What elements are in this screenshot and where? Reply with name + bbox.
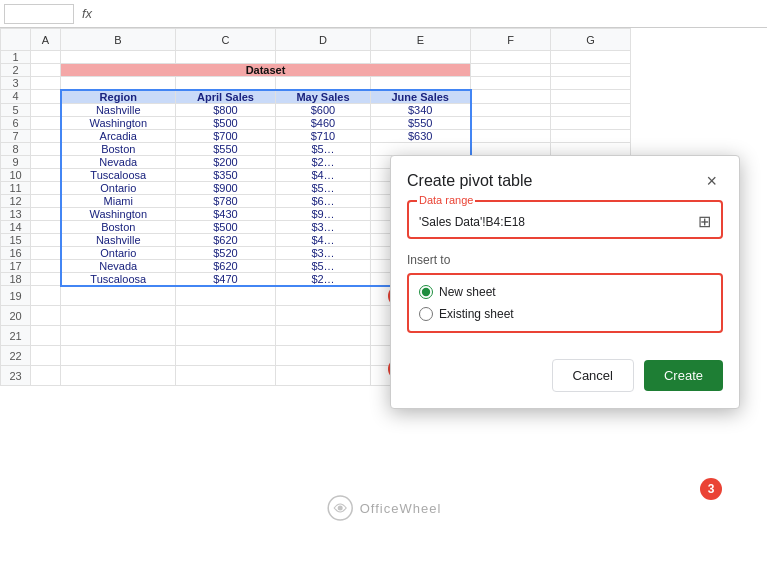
table-row: 5 Nashville $800 $600 $340 [1, 103, 631, 116]
formula-input[interactable]: Region [100, 5, 763, 23]
table-row: 3 [1, 77, 631, 90]
col-header-d[interactable]: D [276, 29, 371, 51]
fx-label: fx [78, 6, 96, 21]
new-sheet-radio[interactable] [419, 285, 433, 299]
cancel-button[interactable]: Cancel [552, 359, 634, 392]
new-sheet-label: New sheet [439, 285, 496, 299]
dataset-title: Dataset [61, 64, 471, 77]
watermark: OfficeWheel [326, 494, 442, 522]
col-may-header: May Sales [276, 90, 371, 104]
corner-cell [1, 29, 31, 51]
cell-reference[interactable]: B4:E18 [4, 4, 74, 24]
formula-bar: B4:E18 fx Region [0, 0, 767, 28]
existing-sheet-row[interactable]: Existing sheet [419, 303, 711, 325]
step-badge-3: 3 [700, 478, 722, 500]
dialog-title: Create pivot table [407, 172, 532, 190]
dialog-body: Data range 'Sales Data'!B4:E18 ⊞ Insert … [391, 200, 739, 349]
new-sheet-row[interactable]: New sheet [419, 281, 711, 303]
col-header-c[interactable]: C [176, 29, 276, 51]
data-range-box: Data range 'Sales Data'!B4:E18 ⊞ [407, 200, 723, 239]
table-row: 7 Arcadia $700 $710 $630 [1, 129, 631, 142]
col-header-e[interactable]: E [371, 29, 471, 51]
dialog-close-button[interactable]: × [700, 170, 723, 192]
create-button[interactable]: Create [644, 360, 723, 391]
data-range-value: 'Sales Data'!B4:E18 [419, 215, 525, 229]
insert-to-label: Insert to [407, 253, 723, 267]
table-row: 1 [1, 51, 631, 64]
col-header-f[interactable]: F [471, 29, 551, 51]
data-range-section: Data range 'Sales Data'!B4:E18 ⊞ [407, 200, 723, 239]
dialog-footer: Cancel Create [391, 349, 739, 408]
col-april-header: April Sales [176, 90, 276, 104]
existing-sheet-radio[interactable] [419, 307, 433, 321]
svg-point-0 [328, 496, 352, 520]
data-range-value-row: 'Sales Data'!B4:E18 ⊞ [419, 212, 711, 231]
watermark-text: OfficeWheel [360, 501, 442, 516]
table-row: 4 Region April Sales May Sales June Sale… [1, 90, 631, 104]
col-june-header: June Sales [371, 90, 471, 104]
table-row: 8 Boston $550 $5… [1, 142, 631, 155]
grid-select-icon[interactable]: ⊞ [698, 212, 711, 231]
data-range-label: Data range [417, 194, 475, 206]
existing-sheet-label: Existing sheet [439, 307, 514, 321]
insert-to-box: New sheet Existing sheet [407, 273, 723, 333]
table-row: 6 Washington $500 $460 $550 [1, 116, 631, 129]
col-header-g[interactable]: G [551, 29, 631, 51]
insert-to-section: Insert to New sheet Existing sheet [407, 253, 723, 333]
svg-point-1 [337, 506, 342, 511]
col-header-a[interactable]: A [31, 29, 61, 51]
table-row: 2 Dataset [1, 64, 631, 77]
col-region-header: Region [61, 90, 176, 104]
col-header-b[interactable]: B [61, 29, 176, 51]
create-pivot-dialog: Create pivot table × Data range 'Sales D… [390, 155, 740, 409]
